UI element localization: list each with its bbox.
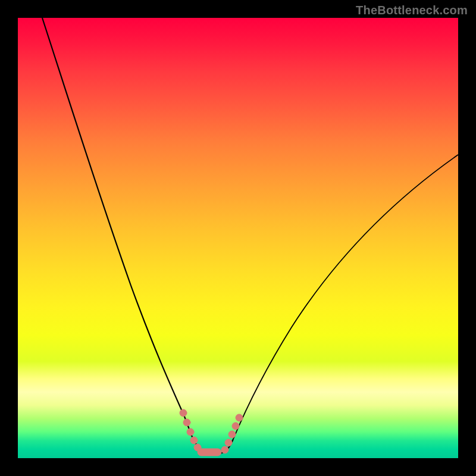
svg-point-0 xyxy=(180,409,187,416)
svg-point-7 xyxy=(225,439,232,446)
svg-point-3 xyxy=(190,437,198,444)
chart-svg xyxy=(18,18,458,458)
svg-point-1 xyxy=(183,419,190,426)
svg-point-9 xyxy=(232,422,239,430)
bottleneck-curve-left xyxy=(42,18,192,436)
svg-rect-5 xyxy=(198,449,221,456)
svg-point-8 xyxy=(228,431,236,438)
trough-markers xyxy=(180,409,243,456)
chart-frame: TheBottleneck.com xyxy=(0,0,476,476)
svg-point-10 xyxy=(236,414,243,421)
svg-point-6 xyxy=(221,446,228,453)
watermark-text: TheBottleneck.com xyxy=(356,4,468,17)
svg-point-2 xyxy=(187,428,194,436)
bottleneck-curve-right xyxy=(233,155,458,439)
